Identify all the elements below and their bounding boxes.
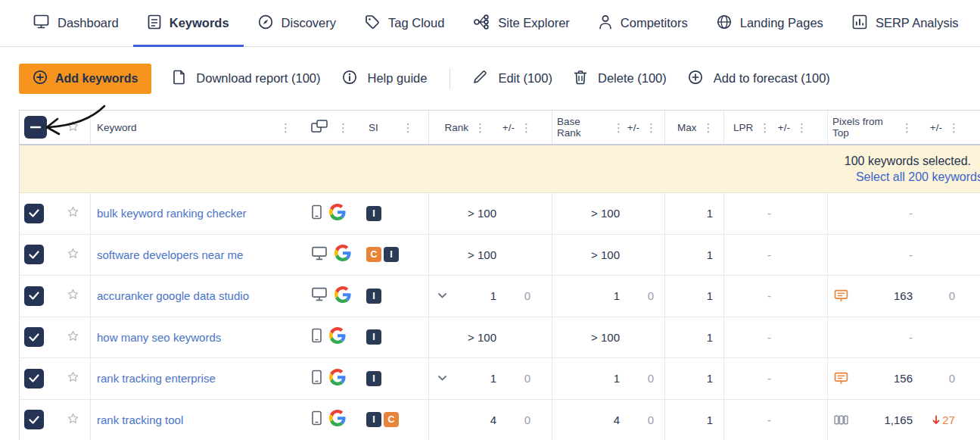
favorite-star-icon[interactable] <box>67 329 79 345</box>
column-menu-icon[interactable]: ⋮ <box>611 120 626 135</box>
lpr-value: - <box>767 248 771 261</box>
selection-banner: 100 keywords selected. Select all 200 ke… <box>20 145 980 193</box>
select-all-cell <box>20 111 56 144</box>
delete-label: Delete (100) <box>598 71 667 86</box>
edit-button[interactable]: Edit (100) <box>473 70 552 87</box>
favorite-star-icon[interactable] <box>67 205 79 221</box>
select-all-keywords-link[interactable]: Select all 200 keywords <box>856 170 980 184</box>
delete-button[interactable]: Delete (100) <box>574 70 667 88</box>
column-header-rank[interactable]: Rank ⋮ <box>429 111 502 144</box>
help-guide-button[interactable]: Help guide <box>342 70 428 88</box>
ads-icon <box>834 372 848 385</box>
column-menu-icon[interactable]: ⋮ <box>644 120 658 135</box>
column-menu-icon[interactable]: ⋮ <box>702 120 716 135</box>
pixels-value: 1,165 <box>884 413 913 426</box>
google-icon <box>334 245 351 264</box>
tab-landing-pages[interactable]: Landing Pages <box>702 0 838 46</box>
rank-value: 1 <box>490 289 496 302</box>
column-header-rank-change[interactable]: +/- ⋮ <box>502 111 552 144</box>
column-header-base-rank-change[interactable]: +/- ⋮ <box>626 111 665 144</box>
desktop-icon <box>311 287 328 304</box>
row-checkbox[interactable] <box>24 245 44 264</box>
row-checkbox[interactable] <box>24 327 44 347</box>
row-checkbox[interactable] <box>24 286 44 306</box>
column-menu-icon[interactable]: ⋮ <box>758 120 772 135</box>
expand-chevron-icon[interactable] <box>438 376 446 381</box>
pixels-value: 156 <box>894 372 913 385</box>
favorite-star-icon[interactable] <box>67 288 79 304</box>
instant-badge: I <box>366 329 381 345</box>
max-value: 1 <box>707 372 713 385</box>
lpr-value: - <box>767 207 771 220</box>
tab-tag-cloud[interactable]: Tag Cloud <box>350 0 459 46</box>
column-menu-icon[interactable]: ⋮ <box>519 120 534 135</box>
pixels-change-value: 0 <box>949 372 955 385</box>
add-keywords-button[interactable]: Add keywords <box>19 64 151 94</box>
row-checkbox[interactable] <box>24 204 44 223</box>
favorite-star-icon[interactable] <box>67 247 79 263</box>
column-menu-icon[interactable]: ⋮ <box>900 120 914 135</box>
tab-keywords[interactable]: Keywords <box>133 0 244 46</box>
keyword-link[interactable]: how many seo keywords <box>97 331 221 344</box>
instant-badge: I <box>366 206 381 221</box>
tab-site-explorer[interactable]: Site Explorer <box>459 0 583 46</box>
column-menu-icon[interactable]: ⋮ <box>947 120 961 135</box>
max-value: 1 <box>707 331 713 344</box>
column-menu-icon[interactable]: ⋮ <box>336 120 350 135</box>
column-menu-icon[interactable]: ⋮ <box>473 120 487 135</box>
tab-label: Competitors <box>621 16 688 30</box>
column-menu-icon[interactable]: ⋮ <box>401 120 415 135</box>
keyword-link[interactable]: bulk keyword ranking checker <box>97 207 247 220</box>
download-report-button[interactable]: Download report (100) <box>173 70 320 88</box>
column-label: Max <box>677 122 697 133</box>
arrow-down-icon <box>932 415 940 425</box>
tab-serp-analysis[interactable]: SERP Analysis <box>838 0 973 46</box>
favorite-column-header[interactable] <box>56 111 91 144</box>
column-header-lpr[interactable]: LPR ⋮ <box>724 111 776 144</box>
keyword-link[interactable]: rank tracking enterprise <box>97 372 216 385</box>
keyword-link[interactable]: software developers near me <box>97 248 243 261</box>
rank-change-value: 0 <box>524 289 530 302</box>
tab-competitors[interactable]: Competitors <box>584 0 702 46</box>
lpr-value: - <box>767 413 771 426</box>
max-value: 1 <box>707 248 713 261</box>
add-to-forecast-button[interactable]: Add to forecast (100) <box>688 70 830 88</box>
select-all-checkbox[interactable] <box>24 116 47 139</box>
favorite-star-icon[interactable] <box>67 370 79 386</box>
row-checkbox[interactable] <box>24 410 44 429</box>
column-header-serp-features[interactable]: ⋮ <box>308 111 356 144</box>
rank-value: 1 <box>490 372 496 385</box>
keyword-link[interactable]: accuranker google data studio <box>97 289 249 302</box>
keyword-link[interactable]: rank tracking tool <box>97 413 183 426</box>
row-checkbox[interactable] <box>24 369 44 389</box>
pixels-value: - <box>909 248 913 261</box>
column-header-base-rank[interactable]: Base Rank ⋮ <box>552 111 626 144</box>
base-rank-value: 1 <box>614 289 620 302</box>
tag-icon <box>365 14 380 33</box>
sitemap-icon <box>473 14 490 33</box>
google-icon <box>329 204 346 223</box>
column-header-max[interactable]: Max ⋮ <box>665 111 724 144</box>
star-icon <box>67 120 79 135</box>
tab-discovery[interactable]: Discovery <box>244 0 350 46</box>
edit-label: Edit (100) <box>498 71 552 86</box>
column-header-si[interactable]: SI ⋮ <box>356 111 429 144</box>
expand-chevron-icon[interactable] <box>438 293 446 298</box>
table-row: bulk keyword ranking checker I > 100 > 1… <box>20 193 980 235</box>
rank-value: > 100 <box>468 331 496 344</box>
google-icon <box>329 327 346 347</box>
mobile-icon <box>311 370 322 388</box>
tab-dashboard[interactable]: Dashboard <box>19 0 133 46</box>
column-menu-icon[interactable]: ⋮ <box>795 120 809 135</box>
column-header-lpr-change[interactable]: +/- ⋮ <box>776 111 828 144</box>
table-header-row: Keyword ⋮ ⋮ SI ⋮ Rank ⋮ +/- ⋮ Base Rank … <box>20 111 980 145</box>
desktop-icon <box>311 246 328 264</box>
instant-badge: I <box>384 247 399 262</box>
column-menu-icon[interactable]: ⋮ <box>278 120 293 135</box>
column-header-pixels-change[interactable]: +/- ⋮ <box>919 111 980 144</box>
column-header-pixels-from-top[interactable]: Pixels from Top ⋮ <box>828 111 919 144</box>
favorite-star-icon[interactable] <box>67 412 79 428</box>
column-header-keyword[interactable]: Keyword ⋮ <box>91 111 308 144</box>
tab-ai[interactable]: AI <box>973 0 980 46</box>
tab-label: SERP Analysis <box>876 16 959 30</box>
